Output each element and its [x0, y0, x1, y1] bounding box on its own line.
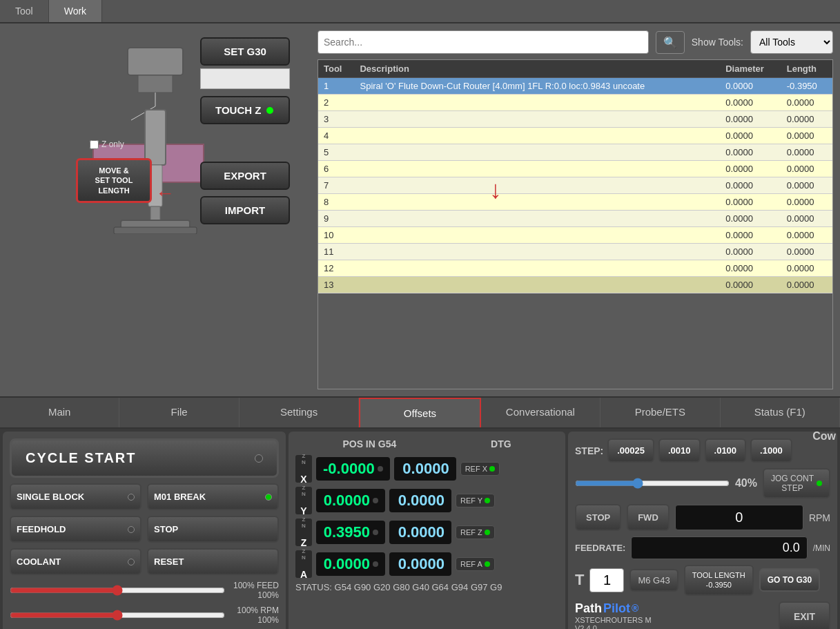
tool-num-cell: 5: [318, 144, 354, 161]
ref-x-button[interactable]: REF X: [460, 462, 500, 476]
tab-settings[interactable]: Settings: [240, 398, 359, 427]
export-button[interactable]: EXPORT: [200, 162, 290, 190]
table-row[interactable]: 4 0.0000 0.0000: [318, 128, 832, 144]
show-tools-select[interactable]: All Tools: [750, 30, 833, 54]
show-tools-label: Show Tools:: [692, 37, 743, 48]
table-row[interactable]: 5 0.0000 0.0000: [318, 144, 832, 161]
table-row[interactable]: 8 0.0000 0.0000: [318, 194, 832, 211]
z-only-checkbox[interactable]: [90, 140, 99, 149]
tool-num-cell: 3: [318, 111, 354, 128]
col-len: Length: [781, 60, 832, 78]
step-00025-button[interactable]: .00025: [607, 438, 654, 463]
y-dtg-value: 0.0000: [389, 489, 451, 512]
search-bar: 🔍 Show Tools: All Tools: [318, 30, 833, 54]
tool-len-cell: 0.0000: [781, 194, 832, 211]
table-row[interactable]: 2 0.0000 0.0000: [318, 95, 832, 111]
table-row[interactable]: 11 0.0000 0.0000: [318, 244, 832, 260]
dtg-header: DTG: [491, 438, 511, 449]
table-row[interactable]: 3 0.0000 0.0000: [318, 111, 832, 128]
tab-offsets[interactable]: Offsets: [359, 398, 480, 427]
jog-slider[interactable]: [575, 478, 730, 489]
tool-num-cell: 8: [318, 194, 354, 211]
tool-input-field[interactable]: [200, 68, 290, 89]
jog-cont-step-button[interactable]: JOG CONTSTEP: [763, 468, 830, 499]
status-label: STATUS:: [295, 582, 332, 592]
go-to-g30-button[interactable]: GO TO G30: [759, 568, 820, 592]
tool-dia-cell: 0.0000: [720, 95, 781, 111]
tab-main[interactable]: Main: [0, 398, 119, 427]
reset-button[interactable]: RESET: [147, 548, 279, 575]
m6g43-button[interactable]: M6 G43: [629, 569, 678, 592]
table-row[interactable]: 13 0.0000 0.0000: [318, 277, 832, 293]
touch-z-button[interactable]: TOUCH Z: [200, 96, 290, 124]
tool-dia-cell: 0.0000: [720, 128, 781, 144]
tool-num-cell: 6: [318, 161, 354, 177]
table-row[interactable]: 9 0.0000 0.0000: [318, 211, 832, 227]
feedhold-button[interactable]: FEEDHOLD: [10, 516, 141, 543]
single-block-led: [128, 494, 135, 501]
spindle-fwd-button[interactable]: FWD: [627, 504, 670, 531]
step-0010-button[interactable]: .0010: [658, 438, 701, 463]
search-input[interactable]: [318, 30, 649, 54]
col-desc: Description: [354, 60, 720, 78]
table-row[interactable]: 6 0.0000 0.0000: [318, 161, 832, 177]
a-pos-value: 0.0000: [316, 552, 385, 576]
tab-file[interactable]: File: [119, 398, 239, 427]
exit-button[interactable]: EXIT: [779, 601, 830, 629]
table-row[interactable]: 1 Spiral 'O' Flute Down-Cut Router [4.0m…: [318, 78, 832, 95]
ref-z-led: [485, 530, 490, 535]
pos-header-row: POS IN G54 DTG: [295, 438, 558, 449]
table-row[interactable]: 7 0.0000 0.0000: [318, 177, 832, 194]
m01-break-button[interactable]: M01 BREAK: [147, 483, 279, 510]
coolant-button[interactable]: COOLANT: [10, 548, 141, 575]
tool-desc-cell: Spiral 'O' Flute Down-Cut Router [4.0mm]…: [354, 78, 720, 95]
svg-rect-1: [138, 75, 173, 93]
axis-row-a: ZNA 0.0000 0.0000 REF A: [295, 550, 558, 578]
jog-pct: 40%: [735, 477, 757, 490]
axis-row-z: ZNZ 0.3950 0.0000 REF Z: [295, 519, 558, 546]
tab-tool[interactable]: Tool: [0, 0, 49, 22]
svg-rect-5: [145, 110, 166, 165]
feed-label: 100% FEED100%: [231, 581, 279, 600]
tool-dia-cell: 0.0000: [720, 194, 781, 211]
z-dtg-value: 0.0000: [389, 521, 451, 544]
x-axis-label: ZNX: [295, 455, 312, 483]
right-panel: 🔍 Show Tools: All Tools Tool Description…: [311, 23, 840, 396]
set-g30-button[interactable]: SET G30: [200, 37, 290, 66]
table-row[interactable]: 10 0.0000 0.0000: [318, 227, 832, 244]
step-1000-button[interactable]: .1000: [750, 438, 792, 463]
tab-conversational[interactable]: Conversational: [481, 398, 600, 427]
tool-len-cell: 0.0000: [781, 244, 832, 260]
tab-work[interactable]: Work: [49, 0, 102, 22]
feedrate-row: FEEDRATE: 0.0 /MIN: [575, 536, 830, 559]
step-0100-button[interactable]: .0100: [705, 438, 747, 463]
cycle-start-led: [255, 454, 263, 463]
feed-slider[interactable]: [10, 585, 225, 596]
move-set-tool-length-button[interactable]: MOVE &SET TOOLLENGTH: [76, 158, 152, 203]
top-tabs-bar: Tool Work: [0, 0, 840, 23]
tool-num-cell: 10: [318, 227, 354, 244]
single-block-row: SINGLE BLOCK M01 BREAK: [10, 483, 279, 510]
jog-led: [817, 481, 822, 486]
stop-button[interactable]: STOP: [147, 516, 279, 543]
tool-num-display: 1: [589, 568, 624, 592]
rpm-slider[interactable]: [10, 610, 225, 621]
tool-len-cell: 0.0000: [781, 144, 832, 161]
ref-y-button[interactable]: REF Y: [456, 494, 495, 507]
ref-z-button[interactable]: REF Z: [456, 525, 495, 539]
import-button[interactable]: IMPORT: [200, 196, 290, 224]
feedhold-led: [128, 526, 135, 533]
single-block-button[interactable]: SINGLE BLOCK: [10, 483, 141, 510]
tab-probe-ets[interactable]: Probe/ETS: [600, 398, 720, 427]
svg-rect-0: [128, 48, 183, 75]
feed-slider-row: 100% FEED100%: [10, 581, 279, 600]
ref-a-button[interactable]: REF A: [456, 557, 495, 571]
spindle-stop-button[interactable]: STOP: [575, 504, 621, 531]
tab-status[interactable]: Status (F1): [721, 398, 840, 427]
ref-y-led: [485, 498, 490, 503]
tool-desc-cell: [354, 128, 720, 144]
search-button[interactable]: 🔍: [656, 31, 685, 54]
table-row[interactable]: 12 0.0000 0.0000: [318, 260, 832, 277]
cycle-start-button[interactable]: CYCLE START: [10, 438, 279, 478]
machine-name: XSTECHROUTERS M: [575, 616, 652, 624]
